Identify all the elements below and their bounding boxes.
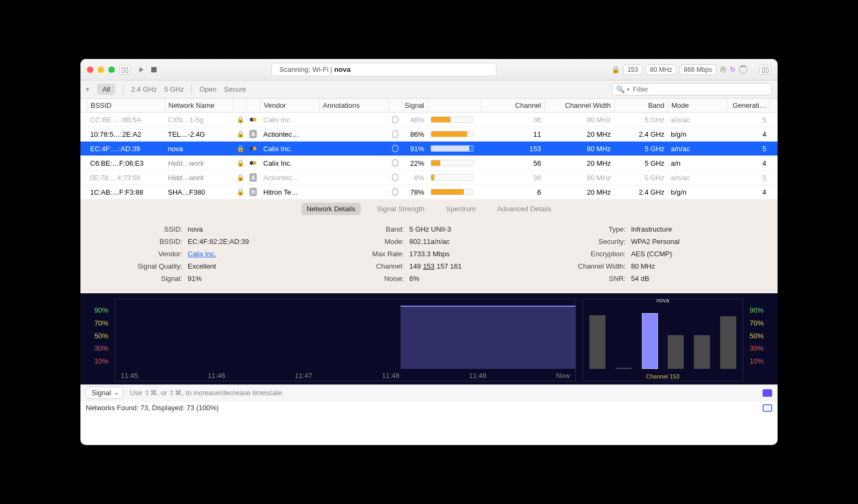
- filter-input[interactable]: [633, 85, 767, 93]
- table-row[interactable]: C6:BE:…F:06:E3Hidd…work🔒Calix Inc.22%562…: [80, 156, 778, 171]
- channel-bar: [589, 315, 605, 369]
- rate-badge: 866 Mbps: [679, 64, 716, 75]
- filter-icon[interactable]: ▾: [86, 85, 90, 93]
- networks-found-status: Networks Found: 73, Displayed: 73 (100%): [86, 404, 219, 412]
- metric-select[interactable]: Signal: [86, 387, 123, 399]
- display-icon[interactable]: [763, 404, 772, 412]
- signal-icon: [392, 159, 398, 167]
- svg-point-3: [253, 147, 256, 151]
- filter-open[interactable]: Open: [199, 85, 217, 93]
- lock-icon: 🔒: [611, 65, 620, 73]
- detail-row: SSID:nova: [102, 223, 313, 235]
- detail-row: Security:WPA2 Personal: [545, 235, 756, 248]
- status-bar: Networks Found: 73, Displayed: 73 (100%): [80, 401, 778, 414]
- footer-controls: Signal Use ⇧⌘. or ⇧⌘, to increase/decrea…: [80, 384, 778, 401]
- lock-icon: 🔒: [236, 145, 245, 152]
- table-header: BSSID Network Name Vendor Annotations Si…: [80, 99, 778, 113]
- close-window-button[interactable]: [87, 66, 93, 73]
- search-icon: 🔍: [616, 85, 625, 93]
- col-generation[interactable]: Generati…: [727, 99, 770, 112]
- table-row[interactable]: 10:78:5…:2E:A2TEL…-2.4G🔒AActiontec…86%11…: [80, 127, 778, 142]
- detail-row: Mode:802.11a/n/ac: [323, 235, 534, 248]
- lock-icon: 🔒: [236, 188, 245, 196]
- scanning-network: nova: [334, 65, 350, 73]
- channel-bar: [642, 313, 658, 369]
- detail-row: SNR:54 dB: [545, 272, 756, 285]
- timescale-hint: Use ⇧⌘. or ⇧⌘, to increase/decrease time…: [130, 389, 284, 397]
- detail-tabs: Network Details Signal Strength Spectrum…: [80, 199, 778, 218]
- col-vendor[interactable]: Vendor: [261, 99, 320, 112]
- signal-icon: [392, 116, 398, 123]
- col-signal[interactable]: Signal: [402, 99, 428, 112]
- col-mode[interactable]: Mode: [668, 99, 727, 112]
- filter-24ghz[interactable]: 2.4 GHz: [131, 85, 157, 93]
- lock-icon: 🔒: [236, 174, 245, 181]
- charts-panel: 90% 70% 50% 30% 10% 11:4511:4611:4711:48…: [80, 293, 778, 384]
- width-badge: 80 MHz: [646, 64, 676, 75]
- y-axis-right: 90% 70% 50% 30% 10%: [750, 299, 768, 381]
- col-width[interactable]: Channel Width: [545, 99, 615, 112]
- channel-bar-chart[interactable]: nova Channel 153: [582, 299, 743, 381]
- signal-area: [401, 306, 575, 369]
- sidebar-toggle-button[interactable]: ▯▯: [119, 65, 131, 75]
- filter-all[interactable]: All: [97, 84, 115, 95]
- search-box[interactable]: 🔍 ▾: [611, 83, 772, 95]
- detail-row: Encryption:AES (CCMP): [545, 248, 756, 260]
- signal-line-chart[interactable]: 11:4511:4611:4711:4811:49Now: [115, 299, 576, 381]
- signal-indicator-icon: ⦿: [720, 65, 727, 73]
- channel-bar: [668, 335, 684, 369]
- separator: [123, 85, 123, 94]
- titlebar: ▯▯ Scanning: Wi-Fi | nova 🔒 153 80 MHz 8…: [80, 59, 778, 80]
- col-name[interactable]: Network Name: [165, 99, 234, 112]
- app-window: ▯▯ Scanning: Wi-Fi | nova 🔒 153 80 MHz 8…: [80, 59, 778, 445]
- bars-group: [587, 308, 738, 369]
- svg-point-5: [253, 161, 256, 165]
- play-icon[interactable]: [139, 67, 144, 72]
- spinner-icon: [739, 65, 748, 74]
- filter-secure[interactable]: Secure: [224, 85, 246, 93]
- col-annotations[interactable]: Annotations: [320, 99, 389, 112]
- vendor-link[interactable]: Calix Inc.: [188, 250, 216, 258]
- detail-row: Channel:149 153 157 161: [323, 260, 534, 272]
- table-row[interactable]: 0E:78:…4:73:56Hidd…work🔒AActiontec…8%368…: [80, 171, 778, 185]
- x-axis: 11:4511:4611:4711:4811:49Now: [115, 372, 575, 380]
- detail-row: Signal:91%: [102, 272, 313, 285]
- detail-row: Signal Quality:Excellent: [102, 260, 313, 272]
- bar-chart-xlabel: Channel 153: [583, 373, 743, 380]
- detail-row: BSSID:EC:4F:82:2E:AD:39: [102, 235, 313, 248]
- lock-icon: 🔒: [236, 116, 245, 123]
- col-channel[interactable]: Channel: [480, 99, 545, 112]
- table-row[interactable]: EC:4F:…:AD:39nova🔒Calix Inc.91%15380 MHz…: [80, 142, 778, 156]
- tab-spectrum[interactable]: Spectrum: [441, 203, 482, 215]
- signal-icon: [392, 145, 398, 152]
- refresh-icon[interactable]: ↻: [730, 65, 736, 73]
- table-row[interactable]: CC:BE:…:8B:5ACXN…1-5g🔒Calix Inc.46%3680 …: [80, 113, 778, 127]
- detail-row: Type:Infrastructure: [545, 223, 756, 235]
- col-band[interactable]: Band: [615, 99, 668, 112]
- col-bssid[interactable]: BSSID: [87, 99, 165, 112]
- y-axis-left: 90% 70% 50% 30% 10%: [90, 299, 108, 381]
- tab-advanced-details[interactable]: Advanced Details: [492, 203, 557, 215]
- detail-row: Band:5 GHz UNII-3: [323, 223, 534, 235]
- channel-bar: [720, 316, 736, 369]
- tab-network-details[interactable]: Network Details: [301, 203, 361, 215]
- title-status: Scanning: Wi-Fi | nova: [271, 63, 497, 76]
- zoom-window-button[interactable]: [108, 66, 115, 73]
- table-row[interactable]: 1C:AB:…F:F3:88SHA…F380🔒HHitron Te…78%620…: [80, 185, 778, 199]
- detail-row: Max Rate:1733.3 Mbps: [323, 248, 534, 260]
- channel-badge: 153: [623, 64, 642, 75]
- signal-icon: [392, 188, 398, 196]
- display-mode-icon[interactable]: [763, 389, 772, 397]
- stop-icon[interactable]: [151, 67, 157, 72]
- panel-toggle-button[interactable]: ▯▯: [759, 65, 771, 75]
- chevron-down-icon[interactable]: ▾: [627, 86, 630, 92]
- channel-bar: [694, 335, 710, 369]
- filter-bar: ▾ All 2.4 GHz 5 GHz Open Secure 🔍 ▾: [80, 80, 778, 99]
- signal-icon: [392, 174, 398, 181]
- tab-signal-strength[interactable]: Signal Strength: [372, 203, 430, 215]
- minimize-window-button[interactable]: [98, 66, 104, 73]
- channel-bar: [616, 368, 632, 369]
- filter-5ghz[interactable]: 5 GHz: [164, 85, 184, 93]
- detail-row: Vendor:Calix Inc.: [102, 248, 313, 260]
- bar-chart-title: nova: [583, 297, 743, 303]
